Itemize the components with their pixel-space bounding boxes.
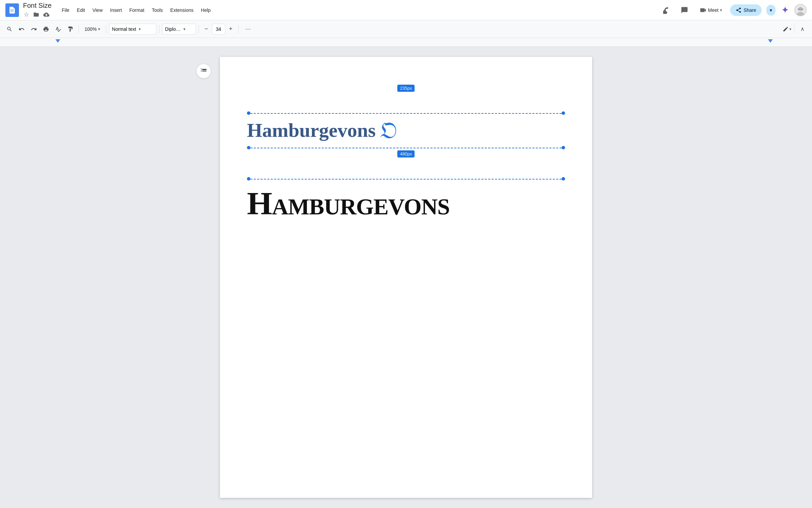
menu-edit[interactable]: Edit xyxy=(73,5,88,15)
font-size-control: − + xyxy=(202,24,235,35)
meet-dropdown-icon: ▾ xyxy=(720,8,722,13)
meet-label: Meet xyxy=(708,7,719,13)
px-label-1: 235px xyxy=(397,85,414,92)
zoom-selector[interactable]: 100% ▾ xyxy=(82,25,103,33)
search-button[interactable] xyxy=(4,24,15,35)
comments-button[interactable] xyxy=(678,3,691,17)
selection-block-1: 235px Hamburgevons 𝔒 xyxy=(247,98,565,150)
text-hamburgevons-2[interactable]: HAMBURGEVONS xyxy=(247,181,565,226)
zoom-level: 100% xyxy=(85,26,97,32)
dashed-line-top-1 xyxy=(247,113,565,114)
menu-insert[interactable]: Insert xyxy=(107,5,125,15)
text-style-value: Normal text xyxy=(112,26,136,32)
more-options-icon: ⋯ xyxy=(245,26,251,32)
increase-font-size-button[interactable]: + xyxy=(226,24,235,34)
content-section: 235px Hamburgevons 𝔒 xyxy=(0,47,812,508)
undo-button[interactable] xyxy=(16,24,27,35)
font-name: Diplo… xyxy=(165,26,181,32)
text-cursor: 𝔒 xyxy=(380,119,397,142)
share-dropdown-button[interactable]: ▾ xyxy=(766,5,775,16)
toolbar: 100% ▾ Normal text ▾ Diplo… ▾ − + ⋯ xyxy=(0,20,812,38)
ruler xyxy=(0,38,812,47)
collapse-toolbar-button[interactable]: ∧ xyxy=(797,24,808,35)
px-label-container-2: 480px xyxy=(247,163,565,177)
text-hamburgevons-1[interactable]: Hamburgevons 𝔒 xyxy=(247,115,565,146)
handle-top-right-2[interactable] xyxy=(562,177,565,181)
font-selector[interactable]: Diplo… ▾ xyxy=(162,24,196,35)
paint-format-button[interactable] xyxy=(65,24,76,35)
app-icon[interactable] xyxy=(5,3,19,17)
ruler-indent-bottom-right[interactable] xyxy=(768,39,773,43)
handle-top-left-2[interactable] xyxy=(247,177,250,181)
gemini-icon[interactable]: ✦ xyxy=(780,5,790,16)
toolbar-divider-4 xyxy=(199,25,199,33)
toolbar-divider-1 xyxy=(78,25,79,33)
menu-tools[interactable]: Tools xyxy=(149,5,166,15)
print-button[interactable] xyxy=(41,24,51,35)
header-right: Meet ▾ Share ▾ ✦ xyxy=(660,3,807,17)
cloud-save-button[interactable] xyxy=(43,11,50,18)
zoom-dropdown-icon: ▾ xyxy=(98,27,100,31)
toolbar-divider-2 xyxy=(106,25,106,33)
title-bar: Font Size ☆ File Edit View Insert Format xyxy=(0,0,812,20)
redo-button[interactable] xyxy=(28,24,39,35)
star-button[interactable]: ☆ xyxy=(23,10,30,19)
selection-block-2: 480px HAMBURGEVONS xyxy=(247,163,565,226)
px-label-2: 480px xyxy=(397,150,414,157)
font-size-input[interactable] xyxy=(212,24,225,35)
handle-top-right-1[interactable] xyxy=(562,111,565,115)
ruler-indent-top[interactable] xyxy=(55,39,60,43)
outline-button[interactable] xyxy=(196,64,211,79)
folder-button[interactable] xyxy=(32,11,40,18)
toolbar-divider-5 xyxy=(238,25,239,33)
share-button[interactable]: Share xyxy=(730,4,762,16)
menu-help[interactable]: Help xyxy=(198,5,214,15)
meet-button[interactable]: Meet ▾ xyxy=(695,4,726,16)
text-content-2: HAMBURGEVONS xyxy=(247,185,450,221)
edit-pen-dropdown-icon: ▾ xyxy=(789,27,791,31)
handle-top-left-1[interactable] xyxy=(247,111,250,115)
handle-bottom-right-1[interactable] xyxy=(562,146,565,149)
document-page: 235px Hamburgevons 𝔒 xyxy=(220,57,592,498)
dashed-line-bottom-1 xyxy=(247,148,565,148)
dashed-line-top-2 xyxy=(247,179,565,179)
toolbar-divider-3 xyxy=(159,25,159,33)
toolbar-divider-6 xyxy=(794,25,794,33)
share-label: Share xyxy=(744,7,756,13)
handle-bottom-left-1[interactable] xyxy=(247,146,250,149)
px-label-container-1: 235px xyxy=(247,98,565,111)
title-section: Font Size ☆ xyxy=(23,1,51,19)
avatar[interactable] xyxy=(794,4,807,16)
menu-view[interactable]: View xyxy=(89,5,106,15)
menu-extensions[interactable]: Extensions xyxy=(167,5,197,15)
svg-point-1 xyxy=(798,7,803,11)
dashed-bottom-container-1 xyxy=(247,146,565,150)
text-style-dropdown-icon: ▾ xyxy=(139,27,141,31)
text-content-1: Hamburgevons xyxy=(247,119,376,142)
menu-bar: File Edit View Insert Format Tools Exten… xyxy=(58,5,214,15)
font-dropdown-icon: ▾ xyxy=(183,27,185,31)
text-style-selector[interactable]: Normal text ▾ xyxy=(109,24,156,35)
dashed-top-container-1 xyxy=(247,111,565,115)
decrease-font-size-button[interactable]: − xyxy=(202,24,211,34)
history-button[interactable] xyxy=(660,3,674,17)
menu-file[interactable]: File xyxy=(58,5,73,15)
more-options-button[interactable]: ⋯ xyxy=(243,24,253,35)
spellcheck-button[interactable] xyxy=(53,24,64,35)
edit-pen-button[interactable]: ▾ xyxy=(783,26,791,32)
menu-format[interactable]: Format xyxy=(126,5,148,15)
doc-title[interactable]: Font Size xyxy=(23,1,51,9)
dashed-top-container-2 xyxy=(247,177,565,181)
